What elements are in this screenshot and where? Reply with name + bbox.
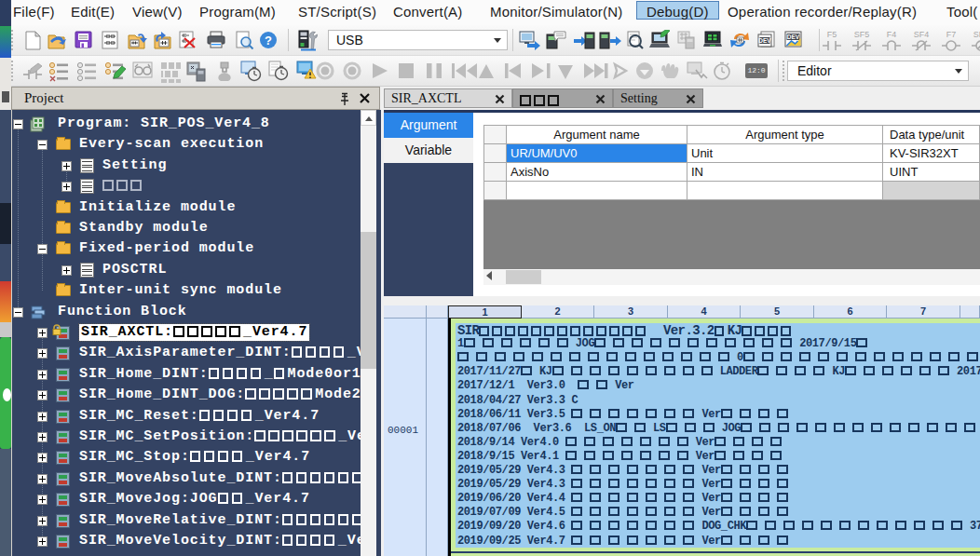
svg-text:SF4: SF4 [914,30,930,39]
svg-text:?: ? [265,34,272,47]
svg-text:SF7: SF7 [973,30,980,39]
svg-text:F4: F4 [887,30,897,39]
svg-text:F5: F5 [827,30,837,39]
svg-text:DEV: DEV [758,37,771,44]
svg-text:SF5: SF5 [854,30,870,39]
svg-text:DEV: DEV [787,34,800,40]
svg-text:F7: F7 [946,30,957,39]
